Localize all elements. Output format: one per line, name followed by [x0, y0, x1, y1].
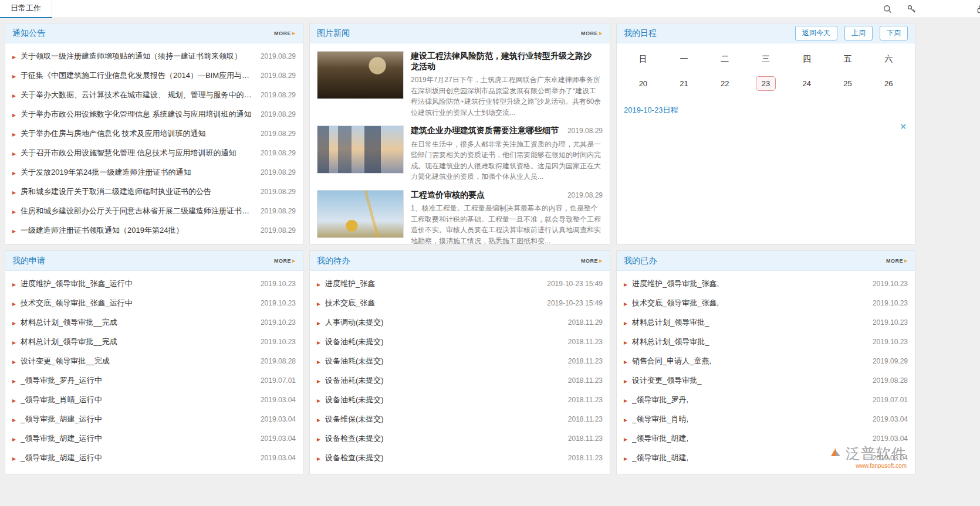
- notice-item[interactable]: 于征集《中国建筑施工行业信息化发展报告（2014）—BIM应用与发... 201…: [12, 66, 296, 85]
- news-item[interactable]: 建设工程法律风险防范，建筑行业转型升级之路沙龙活动 2019年7月27日下午，土…: [317, 51, 603, 118]
- prev-week-button[interactable]: 上周: [844, 26, 873, 40]
- calendar-weekday: 六: [868, 48, 909, 70]
- news-title-row: 建设工程法律风险防范，建筑行业转型升级之路沙龙活动: [411, 51, 603, 72]
- application-item[interactable]: 技术交底_领导审批_张鑫_运行中 2019.10.23: [12, 293, 296, 313]
- calendar-day[interactable]: 25: [827, 70, 869, 97]
- tab-daily-work[interactable]: 日常工作: [0, 0, 52, 18]
- notice-date: 2019.08.29: [261, 130, 296, 138]
- calendar-day[interactable]: 21: [664, 70, 705, 97]
- todo-item[interactable]: 技术交底_张鑫 2019-10-23 15:49: [317, 293, 603, 313]
- calendar-day[interactable]: 20: [623, 70, 664, 97]
- done-date: 2019.03.04: [873, 434, 908, 443]
- lock-icon[interactable]: [976, 4, 980, 15]
- news-image[interactable]: [317, 125, 404, 174]
- notice-item[interactable]: 关于领取一级注册建造师增项贴的通知（须持一建证书前来领取） 2019.08.29: [12, 46, 296, 66]
- more-button[interactable]: MORE: [274, 29, 296, 37]
- application-text: 设计变更_领导审批__完成: [21, 356, 254, 366]
- application-item[interactable]: 材料总计划_领导审批__完成 2019.10.23: [12, 332, 296, 351]
- todos-header: 我的待办 MORE: [310, 251, 610, 271]
- calendar-weekday-row: 日 一 二 三 四 五 六: [623, 48, 909, 70]
- todo-item[interactable]: 设备检查(未提交) 2018.11.23: [317, 448, 603, 467]
- close-icon[interactable]: [900, 123, 907, 131]
- bullet-arrow-icon: [624, 453, 632, 463]
- calendar-day[interactable]: 22: [704, 70, 745, 97]
- news-title[interactable]: 工程造价审核的要点: [411, 190, 563, 201]
- more-label: MORE: [581, 30, 598, 36]
- news-image[interactable]: [317, 51, 404, 99]
- calendar-day[interactable]: 26: [868, 70, 909, 97]
- notice-text: 关于举办大数据、云计算技术在城市建设、 规划、管理与服务中的应...: [21, 90, 254, 100]
- notice-item[interactable]: 关于发放2019年第24批一级建造师注册证书的通知 2019.08.29: [12, 162, 296, 182]
- notice-item[interactable]: 住房和城乡建设部办公厅关于同意吉林省开展二级建造师注册证书电... 2019.0…: [12, 201, 296, 220]
- news-date: 2019.08.29: [567, 191, 603, 199]
- news-title[interactable]: 建设工程法律风险防范，建筑行业转型升级之路沙龙活动: [411, 51, 598, 72]
- done-text: 销售合同_申请人_童燕,: [632, 356, 866, 366]
- bullet-arrow-icon: [12, 376, 21, 385]
- notice-item[interactable]: 关于举办住房与房地产信息化 技术及应用培训班的通知 2019.08.29: [12, 124, 296, 143]
- todo-item[interactable]: 设备油耗(未提交) 2018.11.23: [317, 351, 603, 371]
- application-item[interactable]: _领导审批_肖晴_运行中 2019.03.04: [12, 390, 296, 409]
- application-item[interactable]: 设计变更_领导审批__完成 2019.08.28: [12, 351, 296, 371]
- back-to-today-button[interactable]: 返回今天: [795, 26, 837, 40]
- application-item[interactable]: _领导审批_胡建_运行中 2019.03.04: [12, 409, 296, 429]
- bullet-arrow-icon: [12, 110, 21, 119]
- done-item[interactable]: 材料总计划_领导审批_ 2019.10.23: [624, 332, 908, 351]
- done-item[interactable]: _领导审批_胡建, 2019.03.04: [624, 429, 908, 448]
- news-title[interactable]: 建筑企业办理建筑资质需要注意哪些细节: [411, 125, 563, 136]
- todo-item[interactable]: 设备油耗(未提交) 2018.11.23: [317, 390, 603, 409]
- application-item[interactable]: _领导审批_胡建_运行中 2019.03.04: [12, 448, 296, 467]
- day-number: 25: [837, 76, 857, 91]
- tab-label: 日常工作: [11, 4, 41, 12]
- more-button[interactable]: MORE: [886, 257, 908, 264]
- panel-title: 我的待办: [317, 256, 350, 266]
- day-number: 26: [878, 76, 898, 91]
- notice-item[interactable]: 关于举办市政公用设施数字化管理信息 系统建设与应用培训班的通知 2019.08.…: [12, 104, 296, 124]
- todo-text: 设备检查(未提交): [325, 453, 561, 463]
- done-item[interactable]: _领导审批_肖晴, 2019.03.04: [624, 409, 908, 429]
- todo-text: 进度维护_张鑫: [325, 279, 540, 289]
- more-button[interactable]: MORE: [274, 257, 296, 264]
- application-item[interactable]: _领导审批_罗丹_运行中 2019.07.01: [12, 371, 296, 390]
- todo-item[interactable]: 人事调动(未提交) 2018.11.29: [317, 313, 603, 332]
- done-date: 2019.10.23: [873, 299, 908, 307]
- notice-item[interactable]: 一级建造师注册证书领取通知（2019年第24批） 2019.08.29: [12, 220, 296, 240]
- more-button[interactable]: MORE: [581, 257, 603, 264]
- done-item[interactable]: _领导审批_胡建, 2019.03.04: [624, 448, 908, 467]
- done-item[interactable]: _领导审批_罗丹, 2019.07.01: [624, 390, 908, 409]
- notice-item[interactable]: 关于召开市政公用设施智慧化管理 信息技术与应用培训班的通知 2019.08.29: [12, 143, 296, 162]
- done-text: _领导审批_胡建,: [632, 433, 866, 444]
- todo-item[interactable]: 设备油耗(未提交) 2018.11.23: [317, 371, 603, 390]
- done-text: 材料总计划_领导审批_: [632, 317, 866, 328]
- key-icon[interactable]: [907, 4, 917, 14]
- done-item[interactable]: 销售合同_申请人_童燕, 2019.09.29: [624, 351, 908, 371]
- application-item[interactable]: 材料总计划_领导审批__完成 2019.10.23: [12, 313, 296, 332]
- calendar-day[interactable]: 24: [786, 70, 827, 97]
- notice-date: 2019.08.29: [261, 52, 296, 60]
- done-date: 2019.09.29: [873, 357, 908, 365]
- news-item[interactable]: 工程造价审核的要点 2019.08.29 1、核准工程量。工程量是编制决算最基本…: [317, 190, 603, 245]
- news-item[interactable]: 建筑企业办理建筑资质需要注意哪些细节 2019.08.29 在日常生活中，很多人…: [317, 125, 603, 182]
- done-item[interactable]: 进度维护_领导审批_张鑫, 2019.10.23: [624, 274, 908, 293]
- todo-item[interactable]: 设备检查(未提交) 2018.11.23: [317, 429, 603, 448]
- done-item[interactable]: 设计变更_领导审批_ 2019.08.28: [624, 371, 908, 390]
- todo-date: 2018.11.23: [568, 338, 603, 346]
- todo-item[interactable]: 设备维保(未提交) 2018.11.23: [317, 409, 603, 429]
- application-item[interactable]: _领导审批_胡建_运行中 2019.03.04: [12, 429, 296, 448]
- next-week-button[interactable]: 下周: [880, 26, 908, 40]
- done-item[interactable]: 技术交底_领导审批_张鑫, 2019.10.23: [624, 293, 908, 313]
- bullet-arrow-icon: [12, 90, 21, 100]
- more-label: MORE: [274, 258, 291, 264]
- search-icon[interactable]: [883, 4, 893, 14]
- todo-item[interactable]: 进度维护_张鑫 2019-10-23 15:49: [317, 274, 603, 293]
- calendar-day-selected[interactable]: 23: [745, 70, 786, 97]
- notice-item[interactable]: 关于举办大数据、云计算技术在城市建设、 规划、管理与服务中的应... 2019.…: [12, 85, 296, 104]
- application-text: _领导审批_肖晴_运行中: [21, 395, 254, 405]
- news-image[interactable]: [317, 190, 404, 238]
- done-item[interactable]: 材料总计划_领导审批_ 2019.10.23: [624, 313, 908, 332]
- application-item[interactable]: 进度维护_领导审批_张鑫_运行中 2019.10.23: [12, 274, 296, 293]
- more-arrow-icon: [599, 257, 603, 264]
- notice-item[interactable]: 房和城乡建设厅关于取消二级建造师临时执业证书的公告 2019.08.29: [12, 182, 296, 201]
- more-button[interactable]: MORE: [581, 29, 603, 37]
- todo-item[interactable]: 设备油耗(未提交) 2018.11.23: [317, 332, 603, 351]
- notice-text: 关于举办市政公用设施数字化管理信息 系统建设与应用培训班的通知: [21, 109, 254, 120]
